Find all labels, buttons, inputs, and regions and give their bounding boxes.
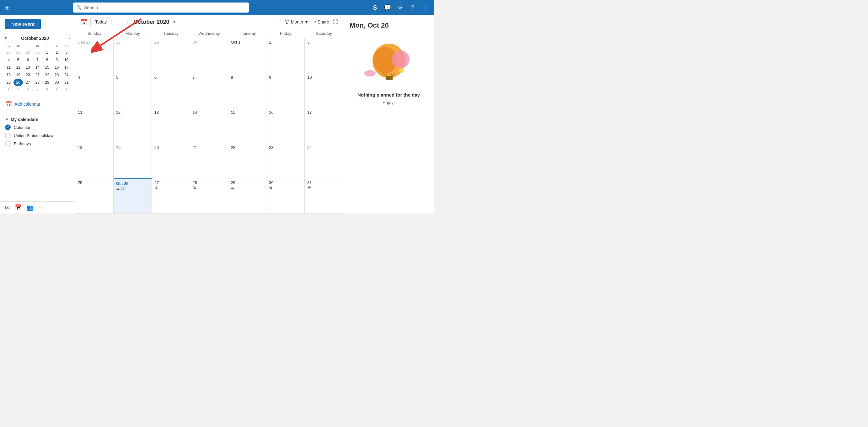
mini-cal-day[interactable]: 2 <box>13 86 23 94</box>
mini-cal-day[interactable]: 6 <box>52 86 62 94</box>
help-icon[interactable]: ? <box>408 2 418 12</box>
skype-icon[interactable]: S <box>370 2 380 12</box>
month-title[interactable]: October 2020 <box>133 19 169 25</box>
mini-cal-day[interactable]: 31 <box>62 79 71 86</box>
mini-cal-day[interactable]: 4 <box>33 86 42 94</box>
mini-cal-day[interactable]: 8 <box>42 56 52 64</box>
day-cell[interactable]: 6 <box>152 73 190 108</box>
day-cell[interactable]: 29☁ <box>228 178 267 213</box>
mini-cal-day[interactable]: 17 <box>62 64 71 71</box>
mini-cal-day[interactable]: 13 <box>23 64 33 71</box>
new-event-button[interactable]: New event <box>5 19 41 29</box>
mini-cal-day[interactable]: 7 <box>33 56 42 64</box>
day-cell[interactable]: 17 <box>305 108 343 143</box>
settings-icon[interactable]: ⚙ <box>395 2 405 12</box>
my-calendars-header[interactable]: ▼ My calendars <box>5 114 70 123</box>
mini-cal-day[interactable]: 9 <box>52 56 62 64</box>
view-month-button[interactable]: 📅 Month ▼ <box>284 20 309 25</box>
mini-cal-day[interactable]: 28 <box>13 48 23 56</box>
day-cell[interactable]: Sep 27 <box>75 38 114 73</box>
search-input[interactable] <box>84 5 246 10</box>
mini-cal-prev[interactable]: ‹ <box>62 35 66 41</box>
calendar-nav-icon[interactable]: 📅 <box>15 204 22 211</box>
day-cell[interactable]: 22 <box>228 143 267 178</box>
calendar-item[interactable]: United States holidays <box>5 131 70 139</box>
mini-cal-day[interactable]: 22 <box>42 71 52 79</box>
mini-cal-day[interactable]: 5 <box>42 86 52 94</box>
day-cell[interactable]: 14 <box>190 108 228 143</box>
month-dropdown-icon[interactable]: ▼ <box>172 20 176 24</box>
day-cell[interactable]: 23 <box>267 143 305 178</box>
next-month-button[interactable]: ↓ <box>124 18 130 26</box>
mini-cal-day[interactable]: 25 <box>4 79 13 86</box>
day-cell[interactable]: 29 <box>152 38 190 73</box>
search-bar[interactable]: 🔍 <box>73 2 249 12</box>
mini-cal-day[interactable]: 27 <box>23 79 33 86</box>
mini-cal-day[interactable]: 24 <box>62 71 71 79</box>
mini-cal-day[interactable]: 7 <box>62 86 71 94</box>
day-cell[interactable]: 13 <box>152 108 190 143</box>
day-cell[interactable]: 12 <box>114 108 152 143</box>
day-cell[interactable]: Oct 1 <box>228 38 267 73</box>
day-cell[interactable]: 31🌦 <box>305 178 343 213</box>
mini-cal-day[interactable]: 23 <box>52 71 62 79</box>
day-cell[interactable]: 16 <box>267 108 305 143</box>
day-cell[interactable]: 30 <box>190 38 228 73</box>
day-cell[interactable]: Oct 26☁ 33° <box>114 178 152 213</box>
day-cell[interactable]: 9 <box>267 73 305 108</box>
mini-cal-day[interactable]: 14 <box>33 64 42 71</box>
mini-cal-day[interactable]: 30 <box>33 48 42 56</box>
mini-cal-day[interactable]: 19 <box>13 71 23 79</box>
day-cell[interactable]: 27🌤 <box>152 178 190 213</box>
day-cell[interactable]: 3 <box>305 38 343 73</box>
more-nav-icon[interactable]: ··· <box>39 204 43 211</box>
mini-cal-day[interactable]: 16 <box>52 64 62 71</box>
mini-cal-day[interactable]: 4 <box>4 56 13 64</box>
mini-cal-day[interactable]: 20 <box>23 71 33 79</box>
mini-cal-day[interactable]: 29 <box>42 79 52 86</box>
day-cell[interactable]: 15 <box>228 108 267 143</box>
mini-cal-day[interactable]: 6 <box>23 56 33 64</box>
day-cell[interactable]: 2 <box>267 38 305 73</box>
mini-cal-day[interactable]: 5 <box>13 56 23 64</box>
mini-cal-day[interactable]: 26 <box>13 79 23 86</box>
mini-cal-day[interactable]: 12 <box>13 64 23 71</box>
day-cell[interactable]: 28🌤 <box>190 178 228 213</box>
share-button[interactable]: ↗ Share <box>313 20 329 25</box>
day-cell[interactable]: 21 <box>190 143 228 178</box>
mini-cal-day[interactable]: 2 <box>52 48 62 56</box>
mini-cal-day[interactable]: 18 <box>4 71 13 79</box>
day-cell[interactable]: 5 <box>114 73 152 108</box>
mini-cal-day[interactable]: 11 <box>4 64 13 71</box>
day-cell[interactable]: 8 <box>228 73 267 108</box>
mini-cal-day[interactable]: 1 <box>4 86 13 94</box>
mini-cal-day[interactable]: 10 <box>62 56 71 64</box>
day-cell[interactable]: 7 <box>190 73 228 108</box>
mini-cal-day[interactable]: 21 <box>33 71 42 79</box>
expand-panel-icon[interactable]: ⛶ <box>349 202 354 207</box>
grid-icon[interactable]: ⊞ <box>4 3 11 12</box>
account-icon[interactable]: 👤 <box>420 2 430 12</box>
mini-cal-day[interactable]: 3 <box>62 48 71 56</box>
day-cell[interactable]: 25 <box>75 178 114 213</box>
day-cell[interactable]: 24 <box>305 143 343 178</box>
mini-cal-day[interactable]: 15 <box>42 64 52 71</box>
mini-cal-next[interactable]: › <box>67 35 71 41</box>
day-cell[interactable]: 10 <box>305 73 343 108</box>
mail-nav-icon[interactable]: ✉ <box>5 204 10 211</box>
mini-cal-day[interactable]: 27 <box>4 48 13 56</box>
calendar-item[interactable]: Birthdays <box>5 139 70 147</box>
day-cell[interactable]: 28 <box>114 38 152 73</box>
calendar-item[interactable]: ✓Calendar <box>5 123 70 131</box>
mini-cal-day[interactable]: 28 <box>33 79 42 86</box>
day-cell[interactable]: 4 <box>75 73 114 108</box>
feedback-icon[interactable]: 💬 <box>382 2 393 12</box>
collapse-icon[interactable]: ▼ <box>4 36 7 40</box>
day-cell[interactable]: 30🌤 <box>267 178 305 213</box>
mini-cal-day[interactable]: 1 <box>42 48 52 56</box>
day-cell[interactable]: 20 <box>152 143 190 178</box>
prev-month-button[interactable]: ↑ <box>115 18 121 26</box>
today-button[interactable]: Today <box>90 18 112 26</box>
mini-cal-day[interactable]: 30 <box>52 79 62 86</box>
day-cell[interactable]: 11 <box>75 108 114 143</box>
